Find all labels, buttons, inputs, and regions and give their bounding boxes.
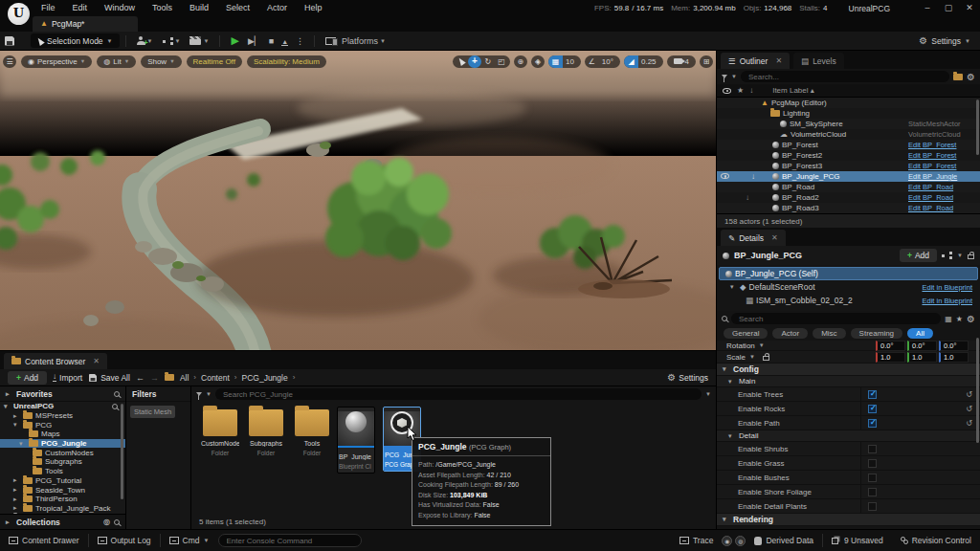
star-column-icon[interactable]: ★ <box>737 86 744 95</box>
edit-blueprint-link[interactable]: Edit BP_Forest <box>908 141 956 149</box>
details-search-input[interactable] <box>731 313 941 324</box>
edit-blueprint-link[interactable]: Edit BP_Jungle <box>908 172 957 181</box>
scale-lock-icon[interactable] <box>763 356 769 361</box>
edit-blueprint-link[interactable]: Edit BP_Road <box>908 183 953 191</box>
tab-content-browser[interactable]: Content Browser✕ <box>4 353 107 369</box>
scale-tool-button[interactable]: ◰ <box>495 55 508 68</box>
surface-snap-button[interactable]: ◈ <box>531 55 545 68</box>
world-space-button[interactable]: ⊕ <box>514 55 527 68</box>
outliner-row[interactable]: BP_ForestEdit BP_Forest <box>717 140 980 150</box>
scalability-badge[interactable]: Scalability: Medium <box>247 55 326 68</box>
asset-folder-tools[interactable]: Tools Folder <box>293 406 331 456</box>
outliner-settings-icon[interactable]: ⚙ <box>967 72 975 82</box>
pin-icon[interactable]: ↓ <box>746 193 749 202</box>
outliner-row[interactable]: SM_SkySphereStaticMeshActor <box>717 119 980 129</box>
outliner-row[interactable]: ↓BP_Road2Edit BP_Road <box>717 192 980 203</box>
checkbox[interactable] <box>868 405 877 413</box>
rotate-tool-button[interactable]: ↻ <box>481 55 495 68</box>
cb-add-button[interactable]: +Add <box>8 371 47 385</box>
back-button[interactable]: ← <box>136 373 145 383</box>
tab-actor[interactable]: Actor <box>772 328 808 339</box>
edit-blueprint-link[interactable]: Edit BP_Forest <box>908 151 956 160</box>
grid-snap-control[interactable]: ▦10 <box>548 55 581 68</box>
minimize-button[interactable]: – <box>917 0 938 16</box>
lit-dropdown[interactable]: ◍Lit▼ <box>97 55 136 68</box>
component-row[interactable]: ▦ISM_sm_Cobble_02_02_2Edit in Blueprint <box>719 294 978 307</box>
close-icon[interactable]: ✕ <box>775 56 782 65</box>
checkbox[interactable] <box>868 390 877 399</box>
outliner-row[interactable]: BP_RoadEdit BP_Road <box>717 182 980 192</box>
checkbox[interactable] <box>868 502 877 511</box>
tree-root-unrealpcg[interactable]: ▾UnrealPCG <box>0 402 125 411</box>
tab-general[interactable]: General <box>724 328 768 339</box>
selection-mode-dropdown[interactable]: Selection Mode ▼ <box>31 33 120 48</box>
pin-column-icon[interactable]: ↓ <box>749 86 753 95</box>
outliner-row-selected[interactable]: ↓BP_Jungle_PCGEdit BP_Jungle <box>717 171 980 182</box>
expand-arrow-icon[interactable]: ▾ <box>730 283 737 291</box>
asset-bp-jungle[interactable]: BP_Jungle Blueprint Cl <box>337 407 375 474</box>
outliner-scrollbar[interactable] <box>976 99 979 155</box>
visibility-column-icon[interactable] <box>723 88 731 94</box>
eye-icon[interactable] <box>721 172 729 181</box>
section-config[interactable]: ▾Config <box>717 364 980 376</box>
favorites-star-icon[interactable]: ★ <box>956 315 963 323</box>
cinematics-button[interactable]: ▼ <box>185 36 213 45</box>
cb-search-input[interactable] <box>215 388 702 400</box>
tree-item-thirdperson[interactable]: ▸ThirdPerson <box>0 495 125 504</box>
platforms-dropdown[interactable]: Platforms▼ <box>321 36 390 46</box>
reset-to-default-icon[interactable]: ↺ <box>966 419 972 428</box>
derived-data-button[interactable]: Derived Data <box>746 530 822 551</box>
content-drawer-button[interactable]: Content Drawer <box>0 530 88 551</box>
tree-item-subgraphs[interactable]: Subgraphs <box>0 457 125 467</box>
blueprints-button[interactable]: ▼ <box>158 37 186 45</box>
output-log-button[interactable]: Output Log <box>89 530 160 551</box>
stop-button[interactable]: ■ <box>265 36 278 46</box>
tab-all[interactable]: All <box>907 328 933 339</box>
scale-snap-control[interactable]: ◢0.25 <box>624 55 663 68</box>
reset-to-default-icon[interactable]: ↺ <box>966 390 972 399</box>
tab-levels[interactable]: ▤Levels <box>793 53 844 69</box>
menu-file[interactable]: File <box>33 0 64 16</box>
edit-blueprint-link[interactable]: Edit BP_Forest <box>908 162 956 170</box>
search-icon[interactable] <box>114 391 120 397</box>
tab-streaming[interactable]: Streaming <box>851 328 902 339</box>
cmd-dropdown[interactable]: Cmd▼ <box>161 530 218 551</box>
tree-item-tropical-jungle-pack[interactable]: ▸Tropical_Jungle_Pack <box>0 504 125 514</box>
display-options-icon[interactable]: ▦ <box>945 315 952 323</box>
play-button[interactable]: ▶ <box>226 34 243 47</box>
lock-icon[interactable] <box>968 254 974 259</box>
menu-select[interactable]: Select <box>217 0 258 16</box>
trace-button[interactable]: Trace <box>671 530 722 551</box>
edit-blueprint-link[interactable]: Edit BP_Road <box>908 193 953 202</box>
rotation-x-field[interactable]: 0.0° <box>876 341 905 351</box>
pin-icon[interactable]: ↓ <box>751 172 755 181</box>
outliner-row[interactable]: ▲PcgMap (Editor) <box>717 98 980 108</box>
details-settings-icon[interactable]: ⚙ <box>967 314 975 324</box>
rotation-y-field[interactable]: 0.0° <box>907 341 937 351</box>
add-component-button[interactable]: +Add <box>900 249 937 262</box>
outliner-row[interactable]: BP_Road3Edit BP_Road <box>717 203 980 213</box>
tab-pcgmap[interactable]: ▲ PcgMap* <box>33 16 138 32</box>
unsaved-button[interactable]: 9 Unsaved <box>823 530 892 551</box>
new-folder-icon[interactable] <box>953 74 963 80</box>
breadcrumb-pcg-jungle[interactable]: PCG_Jungle <box>241 373 287 383</box>
tree-item-pcg-tutorial[interactable]: ▸PCG_Tutorial <box>0 476 125 486</box>
move-tool-button[interactable]: + <box>468 55 481 68</box>
show-dropdown[interactable]: Show▼ <box>141 55 181 68</box>
scale-x-field[interactable]: 1.0 <box>876 352 905 363</box>
checkbox[interactable] <box>868 445 877 453</box>
tree-item-pcg[interactable]: ▾PCG <box>0 420 125 430</box>
item-label-column[interactable]: Item Label ▴ <box>772 86 814 95</box>
search-icon[interactable] <box>114 519 120 525</box>
skip-button[interactable]: ▶▏ <box>244 36 265 46</box>
close-button[interactable]: ✕ <box>959 0 980 16</box>
section-rendering[interactable]: ▾Rendering <box>717 514 980 526</box>
scale-y-field[interactable]: 1.0 <box>907 352 937 363</box>
tab-misc[interactable]: Misc <box>813 328 845 339</box>
filter-icon[interactable] <box>196 392 202 396</box>
outliner-row[interactable]: BP_Forest2Edit BP_Forest <box>717 150 980 161</box>
tab-outliner[interactable]: ☰Outliner✕ <box>721 53 790 69</box>
edit-blueprint-link[interactable]: Edit BP_Road <box>908 204 953 212</box>
viewport[interactable]: ☰ ◉Perspective▼ ◍Lit▼ Show▼ Realtime Off… <box>0 51 716 350</box>
asset-folder-subgraphs[interactable]: Subgraphs Folder <box>247 406 285 456</box>
